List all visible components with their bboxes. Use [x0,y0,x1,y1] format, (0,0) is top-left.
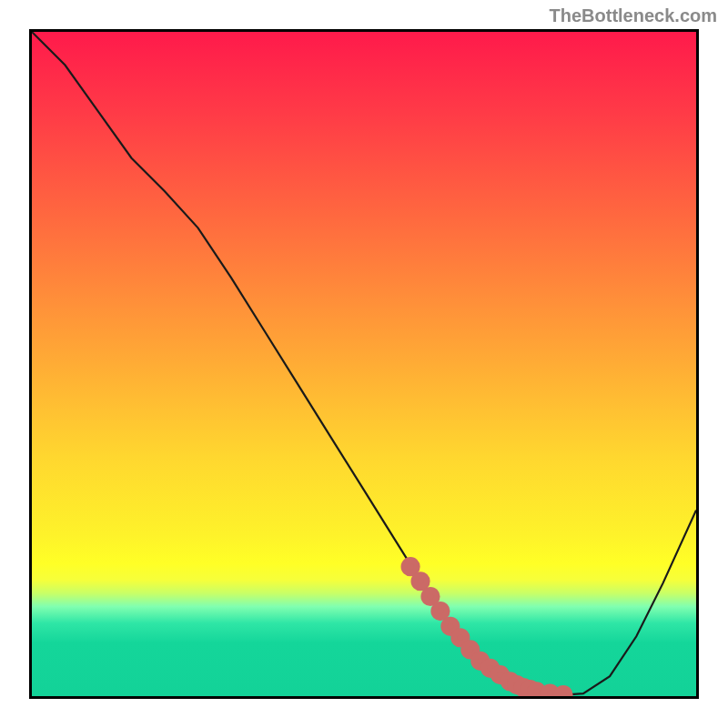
highlight-dot [404,561,417,573]
attribution-text: TheBottleneck.com [550,5,717,26]
highlight-dot [414,575,427,588]
plot-frame [29,29,699,699]
highlight-dot [434,605,447,618]
highlight-dot [557,689,570,696]
highlight-dot [424,591,437,603]
chart-svg [32,32,696,696]
highlight-dots-group [404,561,570,696]
bottleneck-curve [32,32,696,695]
chart-container: TheBottleneck.com [0,0,728,728]
